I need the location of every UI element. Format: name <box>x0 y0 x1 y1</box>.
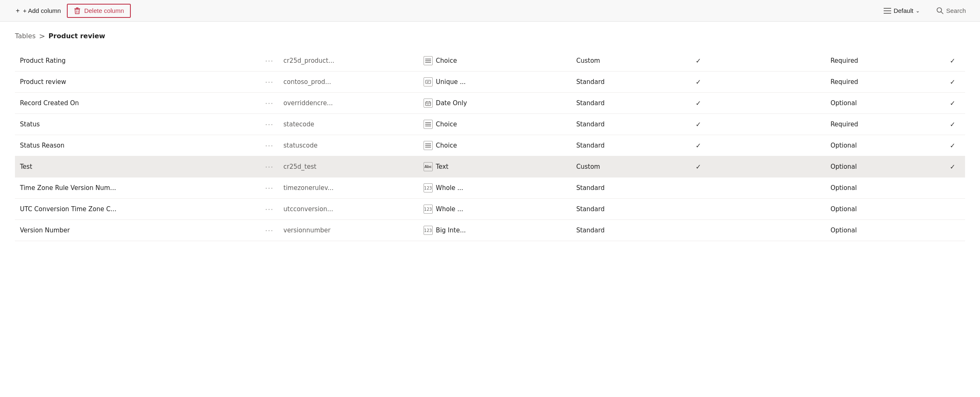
row-more-options[interactable]: ··· <box>260 135 278 156</box>
menu-lines-icon <box>884 8 891 14</box>
row-searchable <box>686 199 711 220</box>
row-schema: cr25d_product... <box>279 50 419 72</box>
required-checkmark: ✓ <box>950 99 955 107</box>
svg-line-8 <box>941 12 943 14</box>
text-type-icon: Abc <box>424 162 433 171</box>
row-searchable: ✓ <box>686 72 711 93</box>
row-required: Optional <box>826 93 940 114</box>
add-column-button[interactable]: + + Add column <box>10 5 67 17</box>
required-checkmark: ✓ <box>950 78 955 86</box>
row-type: Unique ... <box>419 72 571 93</box>
row-more-options[interactable]: ··· <box>260 50 278 72</box>
row-more-options[interactable]: ··· <box>260 156 278 178</box>
choice-icon <box>424 120 433 129</box>
date-type-icon: 21 <box>424 99 433 108</box>
row-more-options[interactable]: ··· <box>260 220 278 241</box>
breadcrumb-parent[interactable]: Tables <box>15 32 36 40</box>
searchable-checkmark: ✓ <box>696 78 701 86</box>
row-type: AbcText <box>419 156 571 178</box>
required-checkmark: ✓ <box>950 57 955 65</box>
row-schema: cr25d_test <box>279 156 419 178</box>
unique-type-icon <box>424 77 433 86</box>
row-required: Required <box>826 114 940 135</box>
row-type: Choice <box>419 114 571 135</box>
row-source: Standard <box>571 135 686 156</box>
row-req-check: ✓ <box>940 114 965 135</box>
table-row[interactable]: Status ··· statecode Choice Standard ✓ R… <box>15 114 965 135</box>
row-name: Product review <box>15 72 260 93</box>
row-source: Standard <box>571 114 686 135</box>
row-spacer <box>711 72 826 93</box>
table-row[interactable]: Record Created On ··· overriddencre... 2… <box>15 93 965 114</box>
row-req-check <box>940 178 965 199</box>
search-label: Search <box>946 7 966 14</box>
row-name: Product Rating <box>15 50 260 72</box>
row-required: Optional <box>826 199 940 220</box>
searchable-checkmark: ✓ <box>696 163 701 171</box>
row-required: Optional <box>826 220 940 241</box>
row-searchable <box>686 220 711 241</box>
row-more-options[interactable]: ··· <box>260 93 278 114</box>
row-source: Standard <box>571 199 686 220</box>
delete-icon <box>74 7 81 15</box>
row-req-check <box>940 199 965 220</box>
row-searchable: ✓ <box>686 114 711 135</box>
add-icon: + <box>16 7 20 15</box>
row-schema: statecode <box>279 114 419 135</box>
row-spacer <box>711 199 826 220</box>
searchable-checkmark: ✓ <box>696 57 701 65</box>
row-type: Choice <box>419 135 571 156</box>
row-more-options[interactable]: ··· <box>260 72 278 93</box>
table-row[interactable]: Product review ··· contoso_prod... Uniqu… <box>15 72 965 93</box>
row-more-options[interactable]: ··· <box>260 114 278 135</box>
table-row[interactable]: Status Reason ··· statuscode Choice Stan… <box>15 135 965 156</box>
row-required: Optional <box>826 156 940 178</box>
search-icon <box>936 7 943 14</box>
row-spacer <box>711 220 826 241</box>
row-spacer <box>711 93 826 114</box>
row-schema: utcconversion... <box>279 199 419 220</box>
row-source: Custom <box>571 50 686 72</box>
number-type-icon: 123 <box>424 183 433 192</box>
row-type: 123Whole ... <box>419 178 571 199</box>
row-schema: versionnumber <box>279 220 419 241</box>
table-row[interactable]: Version Number ··· versionnumber 123Big … <box>15 220 965 241</box>
row-req-check: ✓ <box>940 93 965 114</box>
add-column-label: + Add column <box>23 7 61 14</box>
row-source: Custom <box>571 156 686 178</box>
toolbar: + + Add column Delete column Default ⌄ <box>0 0 980 22</box>
row-required: Required <box>826 72 940 93</box>
row-spacer <box>711 50 826 72</box>
row-name: Version Number <box>15 220 260 241</box>
row-schema: overriddencre... <box>279 93 419 114</box>
required-checkmark: ✓ <box>950 142 955 150</box>
row-name: Test <box>15 156 260 178</box>
row-source: Standard <box>571 72 686 93</box>
table-row[interactable]: Product Rating ··· cr25d_product... Choi… <box>15 50 965 72</box>
row-source: Standard <box>571 93 686 114</box>
searchable-checkmark: ✓ <box>696 121 701 128</box>
row-required: Required <box>826 50 940 72</box>
row-type: 123Whole ... <box>419 199 571 220</box>
row-more-options[interactable]: ··· <box>260 178 278 199</box>
row-req-check: ✓ <box>940 135 965 156</box>
delete-column-button[interactable]: Delete column <box>67 4 131 18</box>
delete-column-label: Delete column <box>84 7 124 14</box>
row-spacer <box>711 135 826 156</box>
row-spacer <box>711 178 826 199</box>
row-searchable: ✓ <box>686 93 711 114</box>
row-required: Optional <box>826 135 940 156</box>
table-row[interactable]: UTC Conversion Time Zone C... ··· utccon… <box>15 199 965 220</box>
table-row[interactable]: Test ··· cr25d_test AbcText Custom ✓ Opt… <box>15 156 965 178</box>
svg-rect-1 <box>74 8 80 9</box>
columns-table: NameSchemaTypeSourceRequired Product Rat… <box>15 50 965 241</box>
page-content: Tables > Product review NameSchemaTypeSo… <box>0 22 980 251</box>
row-req-check: ✓ <box>940 50 965 72</box>
default-view-button[interactable]: Default ⌄ <box>880 5 924 17</box>
toolbar-right: Default ⌄ Search <box>880 5 970 17</box>
default-label: Default <box>894 7 914 14</box>
search-button[interactable]: Search <box>932 5 970 17</box>
row-more-options[interactable]: ··· <box>260 199 278 220</box>
table-row[interactable]: Time Zone Rule Version Num... ··· timezo… <box>15 178 965 199</box>
toolbar-left: + + Add column Delete column <box>10 4 131 18</box>
